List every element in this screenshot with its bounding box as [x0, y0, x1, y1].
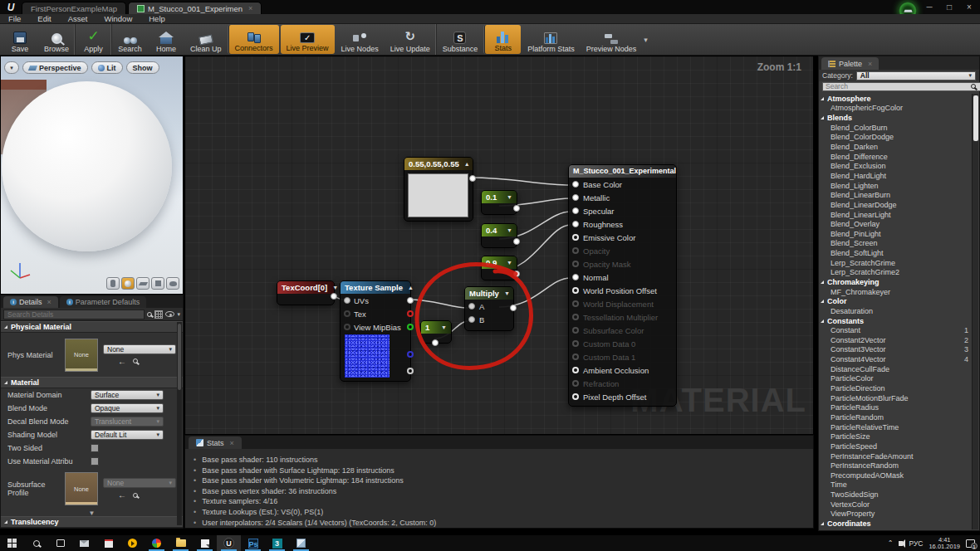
palette-row[interactable]: Constant2Vector 2 [819, 335, 973, 345]
taskbar-app-button[interactable]: U [217, 535, 241, 551]
toolbar-button[interactable]: S Substance [436, 24, 484, 55]
input-pin[interactable] [468, 303, 475, 310]
input-pin[interactable] [572, 380, 579, 387]
palette-row[interactable]: Blend_LinearBurn [819, 190, 973, 200]
palette-row[interactable]: AtmosphericFogColor [819, 104, 973, 114]
tab-close-icon[interactable]: × [868, 60, 872, 68]
input-pin[interactable] [572, 287, 579, 294]
node-constant-0.1[interactable]: 0.1▼ [481, 190, 517, 215]
palette-row[interactable]: Blend_LinearDodge [819, 200, 973, 210]
chevron-down-icon[interactable]: ▾ [177, 311, 180, 318]
input-pin[interactable] [572, 354, 579, 360]
collapse-icon[interactable]: ▼ [332, 281, 338, 294]
minimize-button[interactable]: ─ [922, 1, 937, 13]
input-pin[interactable] [572, 340, 579, 347]
palette-row[interactable]: Lerp_ScratchGrime [819, 258, 973, 268]
palette-row[interactable]: Chromakeying [819, 277, 973, 287]
input-pin[interactable] [572, 367, 579, 373]
palette-row[interactable]: Blend_ColorDodge [819, 133, 973, 143]
toolbar-button[interactable]: ✓ Live Preview [281, 25, 335, 54]
palette-row[interactable]: Coordinates [819, 519, 973, 529]
collapse-icon[interactable]: ▼ [507, 256, 512, 269]
toolbar-button[interactable]: Platform Stats [522, 24, 581, 55]
toolbar-button[interactable]: Stats [484, 25, 521, 54]
taskbar-app-button[interactable] [48, 535, 72, 551]
output-pin[interactable] [407, 297, 414, 304]
toolbar-button[interactable]: ✓ Apply [75, 24, 111, 55]
palette-row[interactable]: Blend_ColorBurn [819, 123, 973, 133]
use-selected-icon[interactable]: ← [118, 490, 126, 500]
input-pin[interactable] [572, 300, 579, 307]
input-pin[interactable] [572, 221, 579, 227]
toolbar-overflow-icon[interactable]: ▾ [644, 36, 648, 44]
language-indicator[interactable]: РУС [909, 539, 923, 548]
palette-row[interactable]: Lerp_ScratchGrime2 [819, 268, 973, 278]
shading-model-dropdown[interactable]: Default Lit▾ [91, 430, 164, 440]
collapse-icon[interactable]: ▲ [408, 281, 414, 294]
input-pin[interactable] [572, 234, 579, 241]
output-pin[interactable] [513, 205, 520, 212]
collapse-icon[interactable]: ▲ [464, 158, 470, 170]
section-physical-material[interactable]: Physical Material [1, 321, 183, 333]
viewport-options-button[interactable]: ▾ [4, 61, 19, 74]
toolbar-button[interactable]: Clean Up [184, 24, 228, 55]
palette-row[interactable]: PrecomputedAOMask [819, 471, 973, 480]
input-pin[interactable] [572, 314, 579, 320]
palette-row[interactable]: Blend_Darken [819, 142, 973, 152]
phys-material-thumbnail[interactable]: None [65, 339, 98, 372]
toolbar-button[interactable]: Live Nodes [336, 24, 385, 55]
output-pin[interactable] [513, 271, 520, 277]
toolbar-button[interactable]: Browse [38, 24, 75, 55]
teapot-shape-button[interactable] [166, 277, 179, 290]
material-domain-dropdown[interactable]: Surface▾ [91, 390, 164, 400]
window-tab-map[interactable]: FirstPersonExampleMap [22, 2, 126, 14]
toolbar-button[interactable]: Preview Nodes [581, 24, 643, 55]
taskbar-app-button[interactable] [145, 535, 169, 551]
palette-row[interactable]: ParticleRadius [819, 403, 973, 413]
input-pin[interactable] [572, 194, 579, 201]
collapse-icon[interactable]: ▼ [441, 321, 447, 334]
plane-shape-button[interactable] [136, 277, 149, 290]
collapse-icon[interactable]: ▼ [507, 224, 512, 236]
palette-row[interactable]: Constant 1 [819, 325, 973, 335]
output-pin[interactable] [510, 305, 517, 311]
taskbar-app-button[interactable] [0, 535, 24, 551]
palette-row[interactable]: Constant3Vector 3 [819, 345, 973, 355]
tab-parameter-defaults[interactable]: iParameter Defaults [60, 296, 147, 308]
show-button[interactable]: Show [126, 61, 159, 74]
palette-row[interactable]: Blend_Exclusion [819, 161, 973, 171]
eye-icon[interactable] [165, 311, 174, 317]
section-material[interactable]: Material [1, 377, 183, 388]
palette-row[interactable]: Blend_SoftLight [819, 248, 973, 258]
taskbar-app-button[interactable] [169, 535, 193, 551]
toolbar-button[interactable]: Home [148, 24, 184, 55]
palette-row[interactable]: VertexColor [819, 500, 973, 510]
phys-material-dropdown[interactable]: None▾ [103, 344, 176, 354]
palette-row[interactable]: Atmosphere [819, 94, 973, 104]
palette-row[interactable]: Blend_PinLight [819, 229, 973, 239]
palette-row[interactable]: ParticleRandom [819, 412, 973, 422]
palette-row[interactable]: Desaturation [819, 306, 973, 316]
input-pin[interactable] [344, 310, 350, 317]
sphere-shape-button[interactable] [121, 277, 135, 290]
input-pin[interactable] [572, 261, 579, 267]
menu-item[interactable]: Help [140, 14, 174, 23]
menu-item[interactable]: File [0, 14, 29, 23]
tab-close-icon[interactable]: × [47, 298, 51, 306]
output-pin[interactable] [331, 293, 337, 300]
output-pin[interactable] [407, 324, 414, 330]
palette-row[interactable]: ParticleDirection [819, 383, 973, 393]
tray-expand-icon[interactable]: ⌃ [888, 539, 894, 547]
two-sided-checkbox[interactable] [91, 444, 99, 452]
taskbar-app-button[interactable] [24, 535, 48, 551]
section-translucency[interactable]: Translucency [1, 516, 183, 528]
node-constant3vector[interactable]: 0.55,0.55,0.55▲ [404, 157, 473, 222]
palette-row[interactable]: Blend_Screen [819, 239, 973, 249]
palette-row[interactable]: ViewProperty [819, 510, 973, 519]
taskbar-app-button[interactable] [72, 535, 96, 551]
tab-palette[interactable]: Palette × [821, 57, 879, 70]
palette-row[interactable]: PerInstanceFadeAmount [819, 451, 973, 461]
lit-button[interactable]: Lit [91, 61, 123, 74]
use-material-attributes-checkbox[interactable] [91, 457, 99, 466]
collapse-icon[interactable]: ▼ [504, 287, 510, 300]
